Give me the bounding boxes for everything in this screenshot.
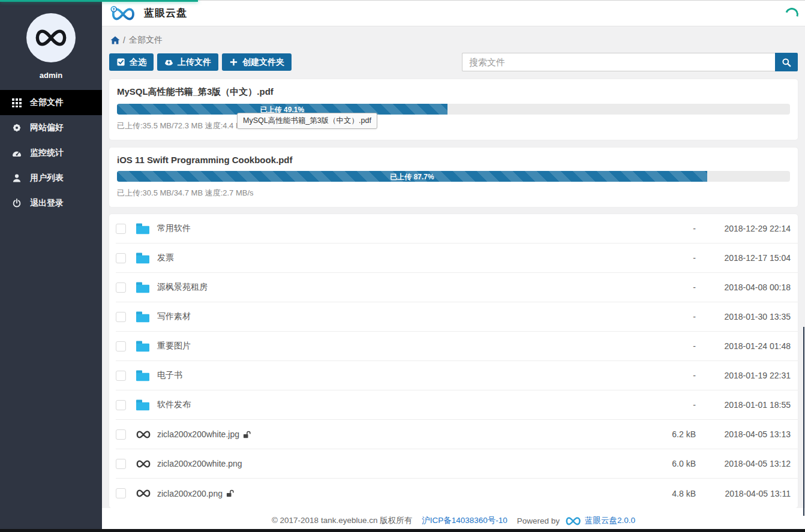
sidebar-item-logout[interactable]: 退出登录: [0, 191, 102, 216]
table-row[interactable]: 电子书 - 2018-01-19 22:31: [116, 361, 798, 390]
file-name[interactable]: zicla200x200.png: [157, 489, 223, 498]
table-row[interactable]: 重要图片 - 2018-01-24 01:48: [116, 332, 798, 361]
file-date: 2018-04-05 13:13: [696, 429, 791, 439]
folder-icon: [136, 223, 151, 235]
table-row[interactable]: zicla200x200white.jpg 6.2 kB 2018-04-05 …: [116, 420, 798, 449]
row-checkbox[interactable]: [116, 312, 126, 322]
sidebar-username: admin: [0, 71, 102, 80]
version-link[interactable]: 蓝眼云盘2.0.0: [585, 515, 635, 526]
upload-filename: MySQL高性能书籍_第3版（中文）.pdf: [117, 86, 790, 98]
upload-progress-fill: 已上传 87.7%: [117, 171, 707, 182]
row-checkbox[interactable]: [116, 282, 126, 293]
folder-icon: [136, 340, 151, 352]
gear-icon: [12, 123, 22, 133]
create-folder-label: 创建文件夹: [242, 57, 284, 68]
sidebar-item-all-files[interactable]: 全部文件: [0, 90, 102, 115]
sidebar-item-monitor-stats[interactable]: 监控统计: [0, 140, 102, 166]
table-row[interactable]: 写作素材 - 2018-01-30 13:35: [116, 302, 798, 332]
upload-file-button[interactable]: 上传文件: [157, 53, 218, 71]
select-all-button[interactable]: 全选: [109, 53, 154, 71]
upload-card: iOS 11 Swift Programming Cookbook.pdf 已上…: [109, 148, 798, 207]
file-name[interactable]: 常用软件: [157, 223, 191, 234]
dashboard-icon: [12, 148, 22, 158]
icp-link[interactable]: 沪ICP备14038360号-10: [422, 515, 507, 526]
file-date: 2018-01-19 22:31: [696, 371, 791, 380]
row-checkbox[interactable]: [116, 341, 126, 351]
sidebar: admin 全部文件 网站偏好 监控统计 用户列表 退出登录: [0, 0, 102, 529]
folder-icon: [136, 281, 151, 293]
file-size: -: [624, 253, 696, 263]
cloud-upload-icon: [164, 58, 173, 67]
sidebar-item-label: 监控统计: [30, 148, 64, 158]
breadcrumb-separator: /: [123, 35, 125, 45]
avatar[interactable]: [26, 13, 76, 62]
table-row[interactable]: 常用软件 - 2018-12-29 22:14: [116, 214, 798, 244]
file-name[interactable]: 写作素材: [157, 311, 191, 322]
table-row[interactable]: zicla200x200white.png 6.0 kB 2018-04-05 …: [116, 449, 798, 479]
sidebar-item-user-list[interactable]: 用户列表: [0, 166, 102, 191]
page-title: 蓝眼云盘: [144, 6, 187, 20]
file-name[interactable]: 软件发布: [157, 399, 191, 410]
upload-progress-track: 已上传 49.1%: [117, 104, 790, 115]
app-window: admin 全部文件 网站偏好 监控统计 用户列表 退出登录: [0, 0, 805, 529]
row-checkbox[interactable]: [116, 224, 126, 234]
upload-filename: iOS 11 Swift Programming Cookbook.pdf: [117, 155, 790, 165]
check-square-icon: [116, 58, 125, 67]
home-icon[interactable]: [110, 36, 120, 44]
sidebar-menu: 全部文件 网站偏好 监控统计 用户列表 退出登录: [0, 90, 102, 216]
image-thumbnail-icon: [136, 430, 151, 439]
scrollbar[interactable]: [803, 327, 804, 516]
table-row[interactable]: 源枫景苑租房 - 2018-04-08 00:18: [116, 273, 798, 302]
screen-bottom-edge: [0, 529, 805, 532]
user-icon: [12, 173, 22, 183]
row-checkbox[interactable]: [116, 459, 126, 469]
file-size: -: [624, 282, 696, 292]
file-name[interactable]: 电子书: [157, 370, 182, 381]
row-checkbox[interactable]: [116, 429, 126, 440]
row-checkbox[interactable]: [116, 488, 126, 498]
file-name[interactable]: 发票: [157, 253, 174, 263]
row-checkbox[interactable]: [116, 371, 126, 381]
upload-card: MySQL高性能书籍_第3版（中文）.pdf 已上传 49.1% 已上传:35.…: [109, 79, 798, 140]
file-size: 6.2 kB: [624, 429, 696, 439]
create-folder-button[interactable]: 创建文件夹: [222, 53, 292, 71]
search-button[interactable]: [775, 53, 798, 71]
folder-icon: [136, 369, 151, 381]
search-input[interactable]: [462, 53, 775, 71]
table-row[interactable]: 软件发布 - 2018-01-01 18:55: [116, 390, 798, 420]
sidebar-item-site-preferences[interactable]: 网站偏好: [0, 115, 102, 140]
file-size: 4.8 kB: [624, 489, 696, 498]
file-list: 常用软件 - 2018-12-29 22:14 发票 - 2018-12-17 …: [109, 214, 798, 508]
upload-progress-track: 已上传 87.7%: [117, 171, 790, 182]
table-row[interactable]: 发票 - 2018-12-17 15:04: [116, 244, 798, 273]
row-checkbox[interactable]: [116, 400, 126, 410]
folder-icon: [136, 252, 151, 264]
brand-infinity-icon: [34, 28, 68, 47]
upload-file-label: 上传文件: [178, 57, 211, 68]
toolbar: 全选 上传文件 创建文件夹: [109, 53, 798, 71]
file-date: 2018-04-05 13:11: [696, 489, 791, 498]
app-logo-icon[interactable]: [110, 5, 137, 21]
table-row[interactable]: zicla200x200.png 4.8 kB 2018-04-05 13:11: [116, 479, 798, 508]
file-date: 2018-01-24 01:48: [696, 341, 791, 351]
unlock-icon: [243, 431, 251, 438]
power-icon: [12, 199, 22, 208]
search-group: [462, 53, 798, 71]
file-size: -: [624, 312, 696, 321]
file-name[interactable]: zicla200x200white.png: [157, 459, 242, 468]
image-thumbnail-icon: [136, 459, 151, 468]
upload-stats: 已上传:30.5 MB/34.7 MB 速度:2.7 MB/s: [117, 188, 790, 199]
sidebar-item-label: 网站偏好: [30, 122, 64, 133]
main-area: 蓝眼云盘 / 全部文件 全选 上传文件 创建文件夹: [102, 0, 805, 529]
sidebar-item-label: 用户列表: [30, 173, 64, 184]
file-date: 2018-12-17 15:04: [696, 253, 791, 263]
file-name[interactable]: 源枫景苑租房: [157, 282, 208, 293]
file-date: 2018-01-01 18:55: [696, 400, 791, 410]
file-name[interactable]: zicla200x200white.jpg: [157, 429, 239, 439]
file-name[interactable]: 重要图片: [157, 341, 191, 351]
file-date: 2018-01-30 13:35: [696, 312, 791, 321]
row-checkbox[interactable]: [116, 253, 126, 263]
file-size: -: [624, 341, 696, 351]
page-loading-progress-bar: [0, 0, 198, 2]
file-size: 6.0 kB: [624, 459, 696, 468]
